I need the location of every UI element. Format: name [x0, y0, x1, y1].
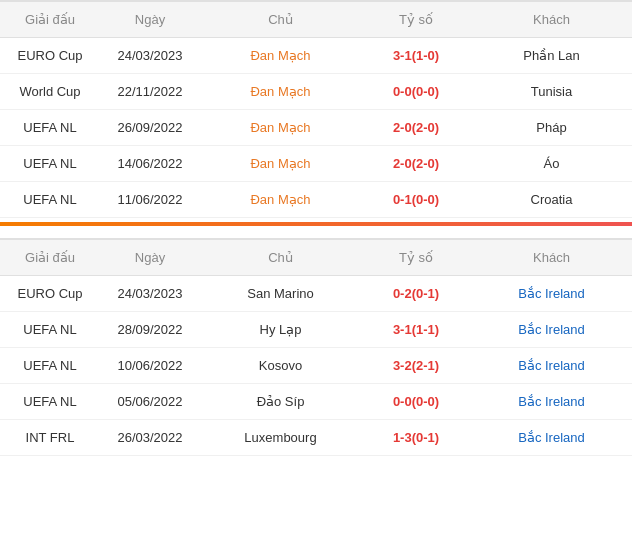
date-cell: 24/03/2023 — [100, 276, 200, 311]
home-cell: Đan Mạch — [200, 38, 361, 73]
date-cell: 28/09/2022 — [100, 312, 200, 347]
home-cell: Đan Mạch — [200, 146, 361, 181]
away-cell: Bắc Ireland — [471, 276, 632, 311]
col-competition-1: Giải đấu — [0, 2, 100, 37]
competition-cell: UEFA NL — [0, 384, 100, 419]
competition-cell: UEFA NL — [0, 146, 100, 181]
date-cell: 10/06/2022 — [100, 348, 200, 383]
date-cell: 05/06/2022 — [100, 384, 200, 419]
competition-cell: World Cup — [0, 74, 100, 109]
date-cell: 14/06/2022 — [100, 146, 200, 181]
col-score-2: Tỷ số — [361, 240, 471, 275]
date-cell: 26/09/2022 — [100, 110, 200, 145]
away-cell: Bắc Ireland — [471, 312, 632, 347]
score-cell: 3-2(2-1) — [361, 348, 471, 383]
competition-cell: EURO Cup — [0, 38, 100, 73]
date-cell: 22/11/2022 — [100, 74, 200, 109]
score-cell: 2-0(2-0) — [361, 146, 471, 181]
table-row: World Cup 22/11/2022 Đan Mạch 0-0(0-0) T… — [0, 74, 632, 110]
score-cell: 1-3(0-1) — [361, 420, 471, 455]
table-row: EURO Cup 24/03/2023 San Marino 0-2(0-1) … — [0, 276, 632, 312]
away-cell: Bắc Ireland — [471, 348, 632, 383]
score-cell: 0-2(0-1) — [361, 276, 471, 311]
away-cell: Bắc Ireland — [471, 420, 632, 455]
competition-cell: EURO Cup — [0, 276, 100, 311]
score-cell: 2-0(2-0) — [361, 110, 471, 145]
col-date-2: Ngày — [100, 240, 200, 275]
home-cell: Đan Mạch — [200, 110, 361, 145]
home-cell: Đảo Síp — [200, 384, 361, 419]
score-cell: 0-0(0-0) — [361, 74, 471, 109]
competition-cell: UEFA NL — [0, 312, 100, 347]
home-cell: Đan Mạch — [200, 74, 361, 109]
table-row: UEFA NL 05/06/2022 Đảo Síp 0-0(0-0) Bắc … — [0, 384, 632, 420]
table-row: EURO Cup 24/03/2023 Đan Mạch 3-1(1-0) Ph… — [0, 38, 632, 74]
date-cell: 24/03/2023 — [100, 38, 200, 73]
competition-cell: INT FRL — [0, 420, 100, 455]
score-cell: 0-1(0-0) — [361, 182, 471, 217]
away-cell: Phần Lan — [471, 38, 632, 73]
col-away-2: Khách — [471, 240, 632, 275]
away-cell: Tunisia — [471, 74, 632, 109]
col-home-2: Chủ — [200, 240, 361, 275]
table2-header: Giải đấu Ngày Chủ Tỷ số Khách — [0, 238, 632, 276]
table-row: UEFA NL 28/09/2022 Hy Lạp 3-1(1-1) Bắc I… — [0, 312, 632, 348]
away-cell: Croatia — [471, 182, 632, 217]
section-gap — [0, 230, 632, 238]
date-cell: 26/03/2022 — [100, 420, 200, 455]
home-cell: San Marino — [200, 276, 361, 311]
score-cell: 3-1(1-0) — [361, 38, 471, 73]
table-row: INT FRL 26/03/2022 Luxembourg 1-3(0-1) B… — [0, 420, 632, 456]
table-row: UEFA NL 10/06/2022 Kosovo 3-2(2-1) Bắc I… — [0, 348, 632, 384]
competition-cell: UEFA NL — [0, 110, 100, 145]
col-home-1: Chủ — [200, 2, 361, 37]
competition-cell: UEFA NL — [0, 348, 100, 383]
away-cell: Bắc Ireland — [471, 384, 632, 419]
home-cell: Đan Mạch — [200, 182, 361, 217]
col-date-1: Ngày — [100, 2, 200, 37]
col-competition-2: Giải đấu — [0, 240, 100, 275]
table2: Giải đấu Ngày Chủ Tỷ số Khách EURO Cup 2… — [0, 238, 632, 456]
home-cell: Kosovo — [200, 348, 361, 383]
section-divider — [0, 222, 632, 226]
date-cell: 11/06/2022 — [100, 182, 200, 217]
table1: Giải đấu Ngày Chủ Tỷ số Khách EURO Cup 2… — [0, 0, 632, 218]
table-row: UEFA NL 14/06/2022 Đan Mạch 2-0(2-0) Áo — [0, 146, 632, 182]
score-cell: 3-1(1-1) — [361, 312, 471, 347]
table1-header: Giải đấu Ngày Chủ Tỷ số Khách — [0, 0, 632, 38]
away-cell: Áo — [471, 146, 632, 181]
col-score-1: Tỷ số — [361, 2, 471, 37]
table-row: UEFA NL 26/09/2022 Đan Mạch 2-0(2-0) Phá… — [0, 110, 632, 146]
home-cell: Luxembourg — [200, 420, 361, 455]
score-cell: 0-0(0-0) — [361, 384, 471, 419]
competition-cell: UEFA NL — [0, 182, 100, 217]
home-cell: Hy Lạp — [200, 312, 361, 347]
away-cell: Pháp — [471, 110, 632, 145]
table-row: UEFA NL 11/06/2022 Đan Mạch 0-1(0-0) Cro… — [0, 182, 632, 218]
col-away-1: Khách — [471, 2, 632, 37]
